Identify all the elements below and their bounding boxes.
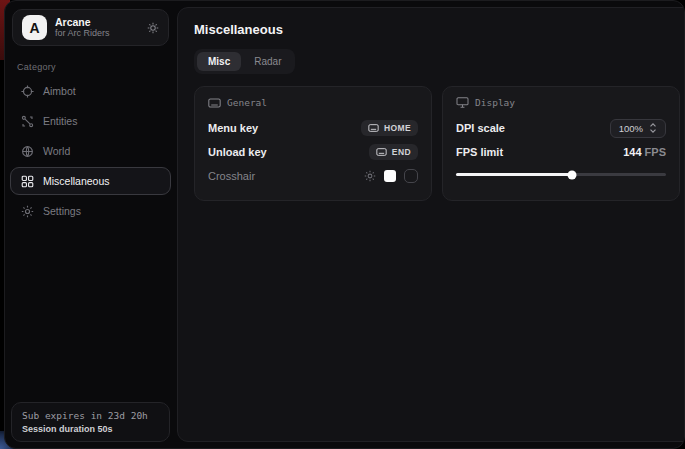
avatar: A — [22, 15, 47, 40]
unload-key-label: Unload key — [208, 146, 267, 158]
display-panel-header: Display — [456, 97, 666, 108]
sidebar-item-label: World — [43, 145, 70, 157]
sidebar-item-entities[interactable]: Entities — [10, 107, 171, 135]
unload-key-row: Unload key END — [208, 140, 418, 164]
dpi-scale-row: DPI scale 100% — [456, 116, 666, 140]
keyboard-icon — [376, 148, 387, 156]
general-panel-header: General — [208, 97, 418, 108]
sidebar-item-miscellaneous[interactable]: Miscellaneous — [10, 167, 171, 195]
tab-misc[interactable]: Misc — [197, 52, 241, 71]
subscription-info-card: Sub expires in 23d 20h Session duration … — [11, 402, 170, 442]
display-panel-title: Display — [475, 97, 515, 108]
sidebar: A Arcane for Arc Riders Category Aimbot — [5, 1, 176, 448]
crosshair-controls — [364, 169, 418, 183]
app-window: A Arcane for Arc Riders Category Aimbot — [4, 0, 685, 449]
sub-expiry-text: Sub expires in 23d 20h — [22, 410, 159, 421]
menu-key-value: HOME — [384, 123, 411, 133]
crosshair-checkbox[interactable] — [404, 169, 418, 183]
dpi-scale-select[interactable]: 100% — [610, 119, 666, 138]
globe-icon — [21, 145, 34, 158]
page-title: Miscellaneous — [194, 22, 680, 37]
main-content: Miscellaneous Misc Radar General Menu ke… — [177, 7, 685, 442]
dpi-scale-value: 100% — [619, 123, 643, 134]
sidebar-item-aimbot[interactable]: Aimbot — [10, 77, 171, 105]
display-panel: Display DPI scale 100% FPS limit — [442, 86, 680, 201]
category-label: Category — [17, 62, 176, 72]
menu-key-row: Menu key HOME — [208, 116, 418, 140]
crosshair-label: Crosshair — [208, 170, 255, 182]
menu-key-label: Menu key — [208, 122, 258, 134]
general-panel: General Menu key HOME Unload key — [194, 86, 432, 201]
sidebar-item-label: Miscellaneous — [43, 175, 110, 187]
sidebar-item-label: Entities — [43, 115, 77, 127]
entities-icon — [21, 115, 34, 128]
unload-key-value: END — [392, 147, 411, 157]
gear-icon[interactable] — [364, 170, 376, 182]
app-name: Arcane — [55, 16, 139, 28]
app-header-text: Arcane for Arc Riders — [55, 16, 139, 38]
gear-icon — [21, 205, 34, 218]
menu-key-binding[interactable]: HOME — [361, 120, 418, 136]
fps-unit: FPS — [645, 146, 666, 158]
crosshair-row: Crosshair — [208, 164, 418, 188]
app-header-card[interactable]: A Arcane for Arc Riders — [12, 9, 169, 46]
slider-thumb[interactable] — [567, 170, 576, 179]
monitor-icon — [456, 97, 469, 108]
dpi-scale-label: DPI scale — [456, 122, 505, 134]
app-subtitle: for Arc Riders — [55, 28, 139, 38]
fps-limit-row: FPS limit 144 FPS — [456, 140, 666, 164]
keyboard-icon — [208, 98, 221, 108]
fps-limit-value: 144 FPS — [623, 146, 666, 158]
fps-limit-slider[interactable] — [456, 173, 666, 176]
tab-radar[interactable]: Radar — [243, 52, 292, 71]
sidebar-item-label: Settings — [43, 205, 81, 217]
sidebar-item-label: Aimbot — [43, 85, 76, 97]
crosshair-color-swatch[interactable] — [384, 170, 396, 182]
gear-icon[interactable] — [147, 22, 159, 34]
crosshair-icon — [21, 85, 34, 98]
chevron-up-down-icon — [649, 123, 657, 133]
session-duration-text: Session duration 50s — [22, 424, 159, 434]
sidebar-item-world[interactable]: World — [10, 137, 171, 165]
grid-icon — [21, 175, 34, 188]
unload-key-binding[interactable]: END — [369, 144, 418, 160]
panels-row: General Menu key HOME Unload key — [194, 86, 680, 201]
fps-number: 144 — [623, 146, 641, 158]
tab-bar: Misc Radar — [194, 49, 295, 74]
general-panel-title: General — [227, 97, 267, 108]
sidebar-item-settings[interactable]: Settings — [10, 197, 171, 225]
slider-fill — [456, 173, 572, 176]
keyboard-icon — [368, 124, 379, 132]
fps-limit-label: FPS limit — [456, 146, 503, 158]
